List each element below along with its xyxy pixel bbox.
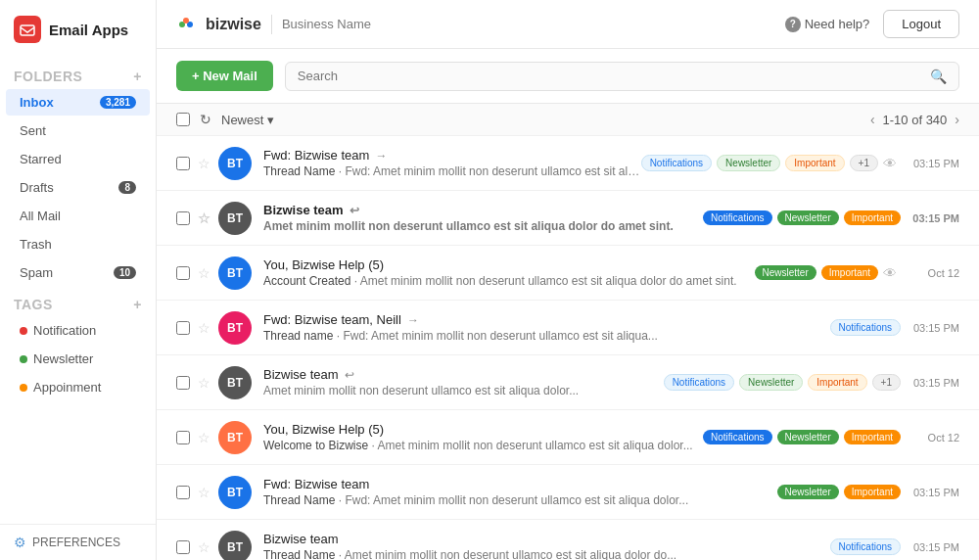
email-row[interactable]: ☆ BT Bizwise team Thread Name · Amet min… (157, 520, 979, 560)
search-input[interactable] (298, 69, 930, 83)
toolbar: + New Mail 🔍 (157, 49, 979, 104)
email-row[interactable]: ☆ BT You, Bizwise Help (5) Welcome to Bi… (157, 410, 979, 465)
sender-name: You, Bizwise Help (5) (263, 422, 384, 437)
new-mail-button[interactable]: + New Mail (176, 61, 273, 91)
preview-text: Amet minim mollit non deserunt ullamco e… (360, 274, 737, 288)
sidebar-item-appointment-tag[interactable]: Appoinment (6, 374, 150, 400)
inbox-label: Inbox (20, 95, 54, 110)
email-checkbox[interactable] (176, 211, 190, 225)
email-checkbox[interactable] (176, 266, 190, 280)
preferences-item[interactable]: ⚙ PREFERENCES (0, 524, 156, 560)
email-tags: NewsletterImportant 👁 (755, 265, 902, 281)
help-link[interactable]: ? Need help? (785, 17, 870, 32)
email-time: Oct 12 (912, 267, 959, 279)
email-sender: Bizwise team ↩ (263, 203, 703, 217)
newsletter-dot (20, 355, 27, 363)
email-row[interactable]: ☆ BT Bizwise team ↩ Amet minim mollit no… (157, 355, 979, 410)
email-body: Fwd: Bizwise team, Neill → Thread name ·… (263, 312, 830, 343)
email-preview: Account Created · Amet minim mollit non … (263, 274, 755, 288)
email-tags: NotificationsNewsletterImportant (703, 430, 901, 444)
star-icon[interactable]: ☆ (198, 210, 210, 226)
preview-text: Fwd: Amet minim mollit non deserunt ulla… (343, 329, 657, 343)
reply-arrow: ↩ (345, 368, 354, 382)
star-icon[interactable]: ☆ (198, 430, 210, 445)
email-body: Bizwise team ↩ Amet minim mollit non des… (263, 367, 664, 397)
email-sender: Bizwise team ↩ (263, 367, 664, 382)
email-tag: Notifications (641, 155, 712, 171)
star-icon[interactable]: ☆ (198, 485, 210, 500)
sender-name: Bizwise team (263, 367, 339, 382)
email-tag: Important (844, 210, 901, 225)
email-tag: Newsletter (777, 485, 839, 499)
sort-button[interactable]: Newest ▾ (221, 113, 274, 127)
email-time: 03:15 PM (912, 487, 959, 498)
avatar: BT (218, 366, 252, 399)
email-tags: NotificationsNewsletterImportant (703, 210, 901, 225)
search-icon[interactable]: 🔍 (930, 69, 947, 84)
email-checkbox[interactable] (176, 157, 190, 170)
chevron-down-icon: ▾ (267, 113, 274, 127)
preview-text: Amet minim mollit non deserunt ullamco e… (263, 219, 674, 233)
email-row[interactable]: ☆ BT Bizwise team ↩ Amet minim mollit no… (157, 191, 979, 246)
email-sender: Fwd: Bizwise team → (263, 148, 641, 163)
email-checkbox[interactable] (176, 486, 190, 499)
list-controls: ↻ Newest ▾ ‹ 1-10 of 340 › (157, 104, 979, 136)
drafts-badge: 8 (118, 181, 136, 194)
star-icon[interactable]: ☆ (198, 320, 210, 336)
email-tag: +1 (850, 155, 878, 171)
header-divider (271, 15, 272, 34)
add-tag-icon[interactable]: + (133, 297, 142, 312)
logout-button[interactable]: Logout (883, 10, 959, 38)
email-tag: Important (844, 430, 901, 444)
prev-page-button[interactable]: ‹ (870, 112, 875, 127)
svg-rect-0 (21, 25, 34, 35)
star-icon[interactable]: ☆ (198, 539, 210, 555)
email-body: You, Bizwise Help (5) Welcome to Bizwise… (263, 422, 703, 452)
email-tags: NewsletterImportant (777, 485, 902, 499)
sidebar-item-sent[interactable]: Sent (6, 117, 150, 144)
select-all-checkbox[interactable] (176, 113, 190, 126)
email-tag: Important (844, 485, 901, 499)
avatar: BT (218, 257, 252, 290)
email-tag: Notifications (703, 210, 771, 225)
add-folder-icon[interactable]: + (133, 69, 142, 84)
star-icon[interactable]: ☆ (198, 265, 210, 281)
email-row[interactable]: ☆ BT You, Bizwise Help (5) Account Creat… (157, 246, 979, 301)
main-content: bizwise Business Name ? Need help? Logou… (157, 0, 979, 560)
sidebar-item-starred[interactable]: Starred (6, 146, 150, 172)
sidebar-item-newsletter-tag[interactable]: Newsletter (6, 346, 150, 372)
email-list: ☆ BT Fwd: Bizwise team → Thread Name · F… (157, 136, 979, 560)
email-checkbox[interactable] (176, 321, 190, 335)
email-preview: Thread name · Fwd: Amet minim mollit non… (263, 329, 830, 343)
star-icon[interactable]: ☆ (198, 156, 210, 171)
sidebar-item-all-mail[interactable]: All Mail (6, 203, 150, 229)
sidebar-item-inbox[interactable]: Inbox 3,281 (6, 89, 150, 116)
sidebar-item-drafts[interactable]: Drafts 8 (6, 174, 150, 201)
star-icon[interactable]: ☆ (198, 375, 210, 391)
sidebar-item-trash[interactable]: Trash (6, 231, 150, 257)
email-row[interactable]: ☆ BT Fwd: Bizwise team Thread Name · Fwd… (157, 465, 979, 520)
email-time: 03:15 PM (912, 377, 959, 389)
tags-section-header: TAGS + (0, 287, 156, 316)
email-sender: Bizwise team (263, 532, 830, 546)
next-page-button[interactable]: › (955, 112, 959, 127)
email-row[interactable]: ☆ BT Fwd: Bizwise team, Neill → Thread n… (157, 301, 979, 355)
email-tag: Notifications (830, 538, 901, 555)
email-preview: Welcome to Bizwise · Amet minim mollit n… (263, 439, 703, 452)
preview-text: Fwd: Amet minim mollit non deserunt ulla… (345, 164, 640, 178)
email-row[interactable]: ☆ BT Fwd: Bizwise team → Thread Name · F… (157, 136, 979, 191)
search-bar: 🔍 (285, 62, 959, 91)
email-checkbox[interactable] (176, 540, 190, 554)
email-tag: +1 (872, 374, 901, 391)
svg-point-3 (183, 18, 189, 23)
avatar: BT (218, 147, 252, 180)
email-tags: Notifications (830, 538, 901, 555)
sidebar-item-spam[interactable]: Spam 10 (6, 259, 150, 286)
email-checkbox[interactable] (176, 376, 190, 390)
email-checkbox[interactable] (176, 431, 190, 444)
sidebar: Email Apps FOLDERS + Inbox 3,281 Sent St… (0, 0, 157, 560)
email-sender: You, Bizwise Help (5) (263, 422, 703, 437)
email-body: Bizwise team ↩ Amet minim mollit non des… (263, 203, 703, 233)
sidebar-item-notification-tag[interactable]: Notification (6, 317, 150, 344)
refresh-icon[interactable]: ↻ (200, 112, 211, 127)
